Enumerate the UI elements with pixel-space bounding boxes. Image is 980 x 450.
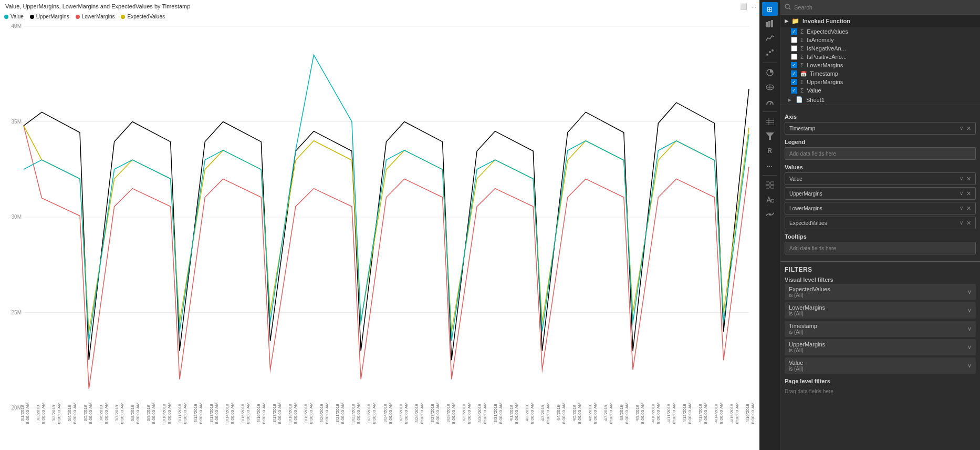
filter-expected[interactable]: ExpectedValues is (All) ∨ [785,284,976,300]
values-label-upper: UpperMargins [789,191,822,197]
tb-icon-pie[interactable] [762,66,778,79]
values-label-lower: LowerMargins [789,206,822,211]
filter-value[interactable]: Value is (All) ∨ [785,357,976,374]
tb-icon-fields[interactable] [762,178,778,192]
field-value[interactable]: ✓ Σ Value [780,86,980,95]
filter-timestamp-chevron[interactable]: ∨ [967,325,972,332]
values-expected-chevron[interactable]: ∨ [960,220,963,227]
values-field-upper[interactable]: UpperMargins ∨ ✕ [785,187,976,200]
svg-line-10 [770,102,772,105]
field-name-expected: ExpectedValues [807,28,848,35]
tb-icon-scatter[interactable] [762,46,778,60]
invoked-function-label: Invoked Function [802,18,850,24]
values-field-value[interactable]: Value ∨ ✕ [785,172,976,185]
axis-chevron[interactable]: ∨ [960,125,963,132]
tb-icon-format[interactable] [762,193,778,207]
filter-value-chevron[interactable]: ∨ [967,362,972,369]
field-checkbox-negative[interactable] [791,45,797,52]
field-name-negative: IsNegativeAn... [807,45,846,52]
field-icon-upper: Σ [800,79,804,85]
values-value-remove[interactable]: ✕ [966,176,971,182]
visual-level-title: Visual level filters [785,277,976,283]
tooltips-drop-zone[interactable]: Add data fields here [785,242,976,254]
sheet1-item[interactable]: ▶ 📄 Sheet1 [780,95,980,105]
expand-icon: ▶ [785,18,788,24]
fields-panel[interactable]: ▶ 📁 Invoked Function ✓ Σ ExpectedValues … [780,0,980,450]
tb-icon-analytics[interactable] [762,208,778,221]
filter-upper-name: UpperMargins [789,341,825,347]
legend-section-title: Legend [785,139,976,145]
tb-icon-filter[interactable] [762,129,778,143]
filter-expected-inner: ExpectedValues is (All) [789,286,830,298]
field-lower-margins[interactable]: ✓ Σ LowerMargins [780,61,980,69]
field-timestamp[interactable]: ✓ 📅 Timestamp [780,69,980,78]
tb-icon-bar[interactable] [762,17,778,30]
chart-area: Value, UpperMargins, LowerMargins and Ex… [0,0,759,450]
filter-upper-chevron[interactable]: ∨ [967,344,972,351]
right-panel: ⊞ R ··· [759,0,980,450]
field-icon-negative: Σ [800,46,804,52]
field-is-anomaly[interactable]: Σ IsAnomaly [780,36,980,44]
search-bar [780,0,980,15]
values-field-lower[interactable]: LowerMargins ∨ ✕ [785,202,976,214]
field-checkbox-positive[interactable] [791,54,797,60]
field-is-positive[interactable]: Σ IsPositiveAno... [780,53,980,61]
field-checkbox-timestamp[interactable]: ✓ [791,70,797,77]
values-field-expected[interactable]: ExpectedValues ∨ ✕ [785,217,976,229]
field-checkbox-upper[interactable]: ✓ [791,79,797,85]
field-name-anomaly: IsAnomaly [807,37,833,43]
tb-icon-more2[interactable]: ··· [762,159,778,172]
filters-title: FILTERS [785,262,976,277]
values-expected-remove[interactable]: ✕ [966,220,971,227]
svg-point-22 [785,4,789,8]
field-checkbox-lower[interactable]: ✓ [791,62,797,68]
tb-icon-grid[interactable]: ⊞ [762,2,778,16]
svg-rect-2 [771,20,773,27]
filter-upper[interactable]: UpperMargins is (All) ∨ [785,339,976,355]
tb-icon-gauge[interactable] [762,95,778,109]
filter-value-inner: Value is (All) [789,360,804,372]
field-icon-timestamp: 📅 [800,71,807,77]
field-icon-lower: Σ [800,63,804,68]
tb-icon-line[interactable] [762,32,778,45]
legend-drop-zone[interactable]: Add data fields here [785,147,976,160]
search-input[interactable] [794,4,976,11]
svg-rect-16 [766,182,769,185]
field-upper-margins[interactable]: ✓ Σ UpperMargins [780,78,980,86]
values-upper-chevron[interactable]: ∨ [960,190,963,197]
svg-point-21 [769,213,771,216]
page-level-title: Page level filters [785,378,976,384]
axis-section-title: Axis [785,114,976,120]
filter-lower[interactable]: LowerMargins is (All) ∨ [785,302,976,319]
svg-rect-0 [766,22,768,27]
tb-sep-2 [763,111,777,112]
sheet1-icon: 📄 [796,96,803,103]
folder-icon: 📁 [791,17,799,25]
filter-expected-chevron[interactable]: ∨ [967,289,972,295]
field-is-negative[interactable]: Σ IsNegativeAn... [780,44,980,53]
values-value-chevron[interactable]: ∨ [960,176,963,182]
axis-remove[interactable]: ✕ [966,125,971,132]
values-upper-remove[interactable]: ✕ [966,190,971,197]
field-name-value: Value [807,87,821,94]
tb-icon-table[interactable] [762,115,778,128]
values-section-title: Values [785,164,976,170]
field-name-lower: LowerMargins [807,62,843,68]
field-checkbox-value[interactable]: ✓ [791,87,797,94]
field-icon-anomaly: Σ [800,37,804,43]
filter-value-val: is (All) [789,366,804,372]
svg-rect-19 [770,186,774,188]
values-lower-remove[interactable]: ✕ [966,205,971,212]
svg-rect-1 [768,21,770,27]
field-checkbox-expected[interactable]: ✓ [791,28,797,35]
tb-icon-R[interactable]: R [762,144,778,158]
field-expected-values[interactable]: ✓ Σ ExpectedValues [780,27,980,36]
invoked-function-header[interactable]: ▶ 📁 Invoked Function [780,15,980,27]
filter-lower-chevron[interactable]: ∨ [967,307,972,314]
field-checkbox-anomaly[interactable] [791,37,797,43]
values-label-expected: ExpectedValues [789,220,827,226]
axis-drop-zone[interactable]: Timestamp ∨ ✕ [785,122,976,135]
filter-timestamp[interactable]: Timestamp is (All) ∨ [785,321,976,337]
values-lower-chevron[interactable]: ∨ [960,205,963,212]
tb-icon-map[interactable] [762,80,778,94]
